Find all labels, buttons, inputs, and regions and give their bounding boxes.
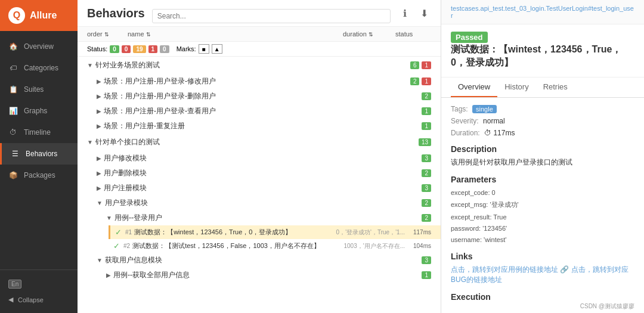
item-label: 获取用户信息模块 — [105, 255, 420, 265]
collapse-button[interactable]: ◀ Collapse — [8, 292, 69, 307]
list-item[interactable]: ▶ 用户删除模块 2 — [92, 166, 441, 181]
right-header: testcases.api_test.test_03_login.TestUse… — [441, 0, 644, 24]
chevron-down-icon: ▼ — [97, 200, 103, 206]
chevron-right-icon: ▶ — [97, 108, 101, 114]
skipped-count[interactable]: 19 — [133, 45, 145, 53]
item-label: 用例--获取全部用户信息 — [113, 270, 419, 280]
list-item[interactable]: ▶ 场景：用户注册-用户登录-修改用户 2 1 — [92, 74, 441, 89]
sidebar-item-suites[interactable]: 📋 Suites — [0, 79, 78, 100]
broken-count[interactable]: 1 — [148, 45, 158, 53]
language-toggle[interactable]: En — [8, 276, 69, 292]
severity-value: normal — [483, 117, 505, 125]
execution-title: Execution — [451, 292, 634, 300]
unknown-count[interactable]: 0 — [160, 45, 169, 53]
sidebar-item-behaviors[interactable]: ☰ Behaviors — [0, 143, 78, 165]
list-item[interactable]: ▼ 用户登录模块 2 — [92, 196, 441, 210]
list-item[interactable]: ▶ 用户注册模块 3 — [92, 181, 441, 196]
behaviors-header: Behaviors ℹ ⬇ — [78, 0, 441, 27]
sidebar-item-graphs[interactable]: 📊 Graphs — [0, 100, 78, 122]
item-badge: 1 — [422, 122, 431, 130]
categories-icon: 🏷 — [8, 63, 18, 73]
sidebar-item-packages[interactable]: 📦 Packages — [0, 165, 78, 186]
chevron-right-icon: ▶ — [97, 123, 101, 129]
test-item-2[interactable]: ✓ #2 测试数据：【测试test，123456，False，1003，用户名不… — [109, 239, 441, 253]
name-sort-icon: ⇅ — [146, 32, 151, 38]
sidebar-item-overview[interactable]: 🏠 Overview — [0, 36, 78, 57]
breadcrumb: testcases.api_test.test_03_login.TestUse… — [451, 5, 634, 19]
item-label: 场景：用户注册-用户登录-删除用户 — [104, 91, 419, 101]
sidebar-label-timeline: Timeline — [24, 128, 51, 137]
search-input[interactable] — [152, 9, 391, 23]
result-title: 测试数据：【wintest，123456，True，0，登录成功】 — [451, 43, 634, 70]
item-text-2: 测试数据：【测试test，123456，False，1003，用户名不存在】 — [132, 241, 341, 250]
col-name-label[interactable]: name ⇅ — [128, 30, 338, 38]
main-panels: Behaviors ℹ ⬇ order ⇅ name ⇅ duration ⇅ … — [78, 0, 644, 313]
col-status-label[interactable]: status — [395, 30, 431, 38]
duration-row: Duration: ⏱ 117ms — [451, 129, 634, 137]
section-api-arrow: ▼ — [87, 139, 93, 145]
table-header: order ⇅ name ⇅ duration ⇅ status — [78, 27, 441, 42]
mark-triangle-icon[interactable]: ▲ — [212, 44, 222, 54]
download-button[interactable]: ⬇ — [417, 6, 431, 20]
info-button[interactable]: ℹ — [398, 6, 412, 20]
test-item-1[interactable]: ✓ #1 测试数据：【wintest，123456，True，0，登录成功】 0… — [109, 225, 441, 239]
test-items: ✓ #1 测试数据：【wintest，123456，True，0，登录成功】 0… — [101, 225, 441, 253]
chevron-down-icon: ▼ — [106, 215, 112, 221]
duration-value: 117ms — [493, 129, 515, 137]
passed-count[interactable]: 0 — [110, 45, 119, 53]
packages-icon: 📦 — [8, 171, 18, 180]
tree-section-business: ▼ 针对业务场景的测试 6 1 ▶ 场景：用户注册-用户登录-修改用户 2 1 … — [78, 57, 441, 134]
chevron-down-icon: ▼ — [97, 257, 103, 264]
item-badge2: 1 — [422, 78, 431, 85]
search-container — [152, 9, 391, 23]
section-business-badge2: 1 — [422, 61, 431, 69]
sub-level: ▼ 用例--登录用户 2 ✓ #1 测试数据：【wintest，123456，T… — [92, 210, 441, 253]
list-item[interactable]: ▶ 用例--获取全部用户信息 1 — [101, 268, 441, 283]
col-order-label[interactable]: order ⇅ — [87, 30, 123, 38]
home-icon: 🏠 — [8, 42, 18, 51]
tab-overview[interactable]: Overview — [451, 78, 497, 97]
description-text: 该用例是针对获取用户登录接口的测试 — [451, 157, 634, 168]
mark-square-icon[interactable]: ■ — [199, 44, 209, 54]
link-text-1[interactable]: 点击，跳转到对应用例的链接地址 — [451, 265, 558, 274]
order-sort-icon: ⇅ — [104, 32, 109, 38]
item-badge: 1 — [422, 271, 431, 279]
tab-history[interactable]: History — [497, 78, 535, 97]
list-item[interactable]: ▼ 获取用户信息模块 3 — [92, 253, 441, 268]
item-badge: 2 — [422, 92, 431, 100]
param-key: except_result: — [451, 213, 493, 221]
item-label: 用户删除模块 — [104, 168, 419, 178]
sidebar-label-suites: Suites — [24, 85, 44, 94]
param-password: password: '123456' — [451, 224, 634, 233]
failed-count[interactable]: 0 — [122, 45, 131, 53]
sidebar-item-categories[interactable]: 🏷 Categories — [0, 57, 78, 79]
list-item[interactable]: ▼ 用例--登录用户 2 — [101, 210, 441, 225]
link-separator-icon: 🔗 — [560, 265, 571, 274]
sidebar-label-behaviors: Behaviors — [26, 150, 57, 158]
item-duration-1: 117ms — [407, 229, 431, 235]
result-header: Passed 测试数据：【wintest，123456，True，0，登录成功】 — [441, 24, 644, 78]
tab-retries[interactable]: Retries — [536, 78, 575, 97]
col-duration-label[interactable]: duration ⇅ — [343, 30, 391, 38]
param-key: except_msg: — [451, 201, 490, 208]
param-val: '登录成功' — [490, 201, 518, 208]
section-api-header[interactable]: ▼ 针对单个接口的测试 13 — [78, 134, 441, 151]
list-item[interactable]: ▶ 用户修改模块 3 — [92, 151, 441, 166]
item-badge: 2 — [422, 199, 431, 207]
item-label: 场景：用户注册-重复注册 — [104, 121, 419, 131]
sidebar-item-timeline[interactable]: ⏱ Timeline — [0, 122, 78, 143]
status-label: Status: — [87, 45, 107, 52]
tag-single: single — [472, 105, 497, 113]
description-title: Description — [451, 144, 634, 154]
sidebar-label-graphs: Graphs — [24, 107, 47, 115]
list-item[interactable]: ▶ 场景：用户注册-重复注册 1 — [92, 119, 441, 134]
param-val: 'wintest' — [484, 236, 506, 243]
section-business-header[interactable]: ▼ 针对业务场景的测试 6 1 — [78, 57, 441, 74]
item-badge: 3 — [422, 154, 431, 162]
list-item[interactable]: ▶ 场景：用户注册-用户登录-删除用户 2 — [92, 89, 441, 104]
param-key: password: — [451, 225, 482, 232]
param-except-result: except_result: True — [451, 212, 634, 222]
duration-sort-icon: ⇅ — [369, 32, 373, 38]
list-item[interactable]: ▶ 场景：用户注册-用户登录-查看用户 1 — [92, 104, 441, 119]
chevron-right-icon: ▶ — [97, 170, 101, 176]
